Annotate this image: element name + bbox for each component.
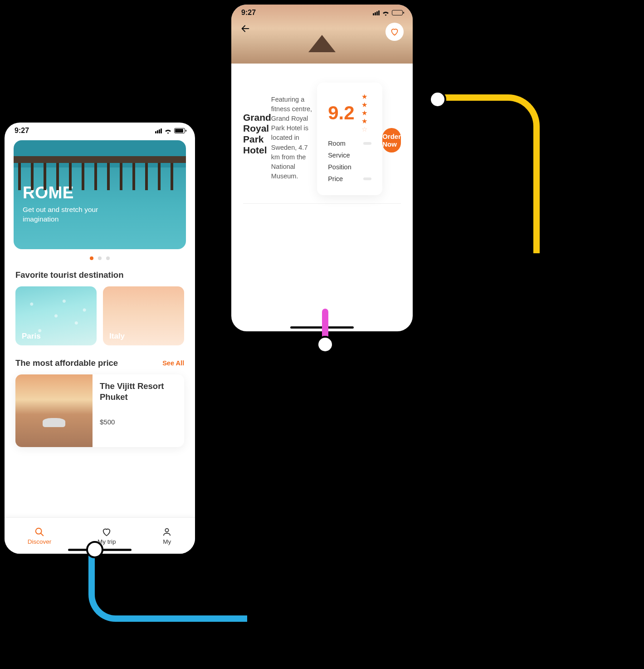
rating-label: Position <box>328 163 355 171</box>
afford-card[interactable]: The Vijitt Resort Phuket $500 <box>15 374 184 447</box>
favorite-button[interactable] <box>385 23 404 41</box>
afford-card-name: The Vijitt Resort Phuket <box>100 381 177 403</box>
destination-card-paris[interactable]: Paris <box>15 286 97 345</box>
phone-detail: 9:27 Grand Royal Park Hotel Featuring a … <box>231 5 413 331</box>
hero-subtitle: Get out and stretch your imagination <box>23 205 122 224</box>
see-all-link[interactable]: See All <box>162 359 184 367</box>
connector-dot-pink <box>317 336 334 353</box>
pager-dots[interactable] <box>5 256 195 260</box>
user-icon <box>162 527 172 537</box>
rating-card: 9.2 ★ ★ ★ ★ ☆ Room Service Position Pric… <box>317 83 382 195</box>
phone-discover: 9:27 ROME Get out and stretch your imagi… <box>5 123 195 554</box>
detail-title: Grand Royal Park Hotel <box>243 112 271 156</box>
svg-point-2 <box>165 528 168 531</box>
destination-label: Paris <box>22 332 41 341</box>
battery-icon <box>174 128 185 133</box>
detail-hero-image: 9:27 <box>231 5 413 64</box>
rating-stars: ★ ★ ★ ★ ☆ <box>361 93 372 133</box>
destination-row[interactable]: Paris Italy <box>5 286 195 345</box>
arrow-left-icon <box>240 24 250 34</box>
fav-section-title: Favorite tourist destination <box>5 270 195 286</box>
afford-card-price: $500 <box>100 418 177 426</box>
rating-score: 9.2 <box>328 102 354 124</box>
back-button[interactable] <box>240 24 250 36</box>
rating-label: Price <box>328 175 355 182</box>
rating-row-room: Room <box>328 140 371 147</box>
pager-dot-3[interactable] <box>106 256 110 260</box>
afford-header: The most affordable price See All <box>5 345 195 374</box>
connector-dot-yellow <box>429 91 446 108</box>
order-now-button[interactable]: Order Now <box>382 128 401 152</box>
rating-label: Room <box>328 140 355 147</box>
status-time: 9:27 <box>15 127 29 135</box>
signal-icon <box>155 128 162 133</box>
detail-title-row: Grand Royal Park Hotel Featuring a fitne… <box>243 73 401 204</box>
connector-yellow <box>431 94 540 253</box>
heart-icon <box>102 527 112 537</box>
nav-label: Discover <box>28 538 52 545</box>
heart-icon <box>390 27 399 36</box>
rating-label: Service <box>328 152 355 159</box>
rating-row-position: Position <box>328 163 371 171</box>
wifi-icon <box>382 10 390 16</box>
pager-dot-1[interactable] <box>90 256 93 260</box>
status-bar: 9:27 <box>231 5 413 19</box>
status-bar: 9:27 <box>5 123 195 137</box>
signal-icon <box>373 10 380 15</box>
svg-line-1 <box>41 533 44 536</box>
hero-title: ROME <box>23 183 122 202</box>
pager-dot-2[interactable] <box>98 256 102 260</box>
status-icons <box>373 10 403 16</box>
search-icon <box>34 527 44 537</box>
destination-card-italy[interactable]: Italy <box>103 286 184 345</box>
afford-section-title: The most affordable price <box>15 358 118 368</box>
afford-card-image <box>15 374 93 447</box>
detail-description: Featuring a fitness centre, Grand Royal … <box>271 95 317 181</box>
connector-dot-blue <box>86 541 103 558</box>
wifi-icon <box>164 128 172 134</box>
destination-label: Italy <box>109 332 125 341</box>
status-time: 9:27 <box>241 9 256 17</box>
nav-discover[interactable]: Discover <box>28 527 52 545</box>
rating-row-price: Price <box>328 175 371 182</box>
connector-blue <box>88 545 247 622</box>
status-icons <box>155 128 185 134</box>
battery-icon <box>392 10 403 15</box>
hero-banner[interactable]: ROME Get out and stretch your imaginatio… <box>14 140 186 249</box>
nav-my[interactable]: My <box>162 527 172 545</box>
nav-label: My <box>163 538 171 545</box>
rating-row-service: Service <box>328 152 371 159</box>
nav-mytrip[interactable]: My trip <box>98 527 116 545</box>
